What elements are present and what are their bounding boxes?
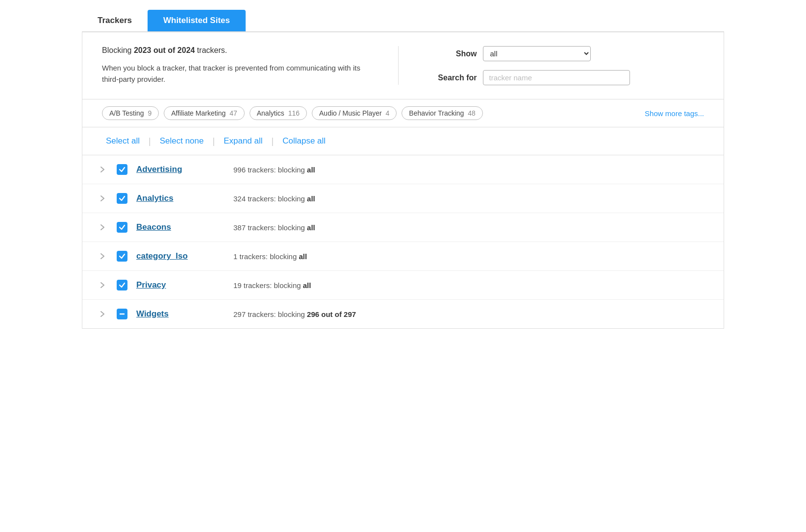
checkbox-beacons[interactable] [117,222,127,233]
category-desc-widgets: 297 trackers: blocking 296 out of 297 [233,310,356,318]
blocking-text: Blocking 2023 out of 2024 trackers. [102,46,378,55]
tag-behavior-tracking-name: Behavior Tracking [409,109,464,117]
search-row: Search for [428,70,705,85]
category-name-advertising[interactable]: Advertising [136,165,225,174]
category-list: Advertising 996 trackers: blocking all A… [82,155,724,329]
chevron-right-icon [99,224,106,231]
blocking-description: When you block a tracker, that tracker i… [102,63,378,85]
tab-bar: Trackers Whitelisted Sites [82,10,724,32]
info-left: Blocking 2023 out of 2024 trackers. When… [102,46,399,85]
category-desc-analytics: 324 trackers: blocking all [233,194,315,203]
chevron-beacons[interactable] [97,224,108,231]
tag-analytics-count: 116 [288,109,300,117]
tag-analytics-name: Analytics [257,109,284,117]
info-right: Show all blocked allowed Search for [399,46,705,85]
divider-1: | [149,136,151,146]
category-name-category-iso[interactable]: category_Iso [136,251,225,261]
info-section: Blocking 2023 out of 2024 trackers. When… [82,32,724,99]
checkmark-icon [119,224,126,231]
show-more-tags-button[interactable]: Show more tags... [645,109,704,118]
chevron-right-icon [99,253,106,260]
chevron-right-icon [99,311,106,317]
blocking-suffix: trackers. [195,46,227,54]
category-name-beacons[interactable]: Beacons [136,222,225,232]
select-all-button[interactable]: Select all [102,134,144,148]
show-label: Show [428,49,477,58]
checkbox-advertising[interactable] [117,164,127,175]
chevron-analytics[interactable] [97,195,108,202]
category-row-privacy: Privacy 19 trackers: blocking all [82,271,724,300]
tab-whitelisted[interactable]: Whitelisted Sites [148,10,246,31]
category-row-advertising: Advertising 996 trackers: blocking all [82,155,724,184]
category-row-category-iso: category_Iso 1 trackers: blocking all [82,242,724,271]
category-desc-advertising: 996 trackers: blocking all [233,166,315,174]
chevron-right-icon [99,282,106,289]
tab-trackers[interactable]: Trackers [82,10,148,31]
show-select[interactable]: all blocked allowed [483,46,591,61]
category-desc-beacons: 387 trackers: blocking all [233,223,315,232]
checkmark-icon [119,195,126,202]
checkmark-icon [119,282,126,289]
category-desc-privacy: 19 trackers: blocking all [233,281,311,290]
chevron-privacy[interactable] [97,282,108,289]
category-name-widgets[interactable]: Widgets [136,309,225,319]
search-input[interactable] [483,70,630,85]
category-name-analytics[interactable]: Analytics [136,193,225,203]
category-desc-category-iso: 1 trackers: blocking all [233,252,307,261]
tag-behavior-tracking[interactable]: Behavior Tracking 48 [402,106,483,120]
select-none-button[interactable]: Select none [156,134,208,148]
search-label: Search for [428,73,477,82]
category-row-widgets: Widgets 297 trackers: blocking 296 out o… [82,300,724,328]
chevron-widgets[interactable] [97,311,108,317]
actions-row: Select all | Select none | Expand all | … [82,127,724,155]
tag-affiliate-marketing-count: 47 [229,109,237,117]
checkbox-category-iso[interactable] [117,251,127,262]
category-row-analytics: Analytics 324 trackers: blocking all [82,184,724,213]
checkbox-privacy[interactable] [117,280,127,290]
tag-ab-testing-name: A/B Testing [109,109,144,117]
tag-affiliate-marketing-name: Affiliate Marketing [171,109,226,117]
collapse-all-button[interactable]: Collapse all [278,134,329,148]
blocking-prefix: Blocking [102,46,134,54]
chevron-right-icon [99,195,106,202]
tags-section: A/B Testing 9 Affiliate Marketing 47 Ana… [82,99,724,127]
divider-3: | [272,136,274,146]
checkbox-widgets[interactable] [117,309,127,319]
divider-2: | [212,136,215,146]
tag-ab-testing[interactable]: A/B Testing 9 [102,106,159,120]
blocking-count: 2023 out of 2024 [134,46,195,54]
tag-ab-testing-count: 9 [148,109,151,117]
checkbox-analytics[interactable] [117,193,127,204]
tag-audio-music-player-name: Audio / Music Player [319,109,382,117]
tag-affiliate-marketing[interactable]: Affiliate Marketing 47 [164,106,244,120]
show-row: Show all blocked allowed [428,46,705,61]
expand-all-button[interactable]: Expand all [220,134,266,148]
tag-analytics[interactable]: Analytics 116 [250,106,307,120]
chevron-right-icon [99,166,106,173]
minus-icon [119,311,126,317]
chevron-category-iso[interactable] [97,253,108,260]
tag-behavior-tracking-count: 48 [468,109,476,117]
checkmark-icon [119,253,126,260]
checkmark-icon [119,166,126,173]
category-name-privacy[interactable]: Privacy [136,280,225,290]
tag-audio-music-player[interactable]: Audio / Music Player 4 [312,106,397,120]
category-row-beacons: Beacons 387 trackers: blocking all [82,213,724,242]
tag-audio-music-player-count: 4 [386,109,390,117]
chevron-advertising[interactable] [97,166,108,173]
